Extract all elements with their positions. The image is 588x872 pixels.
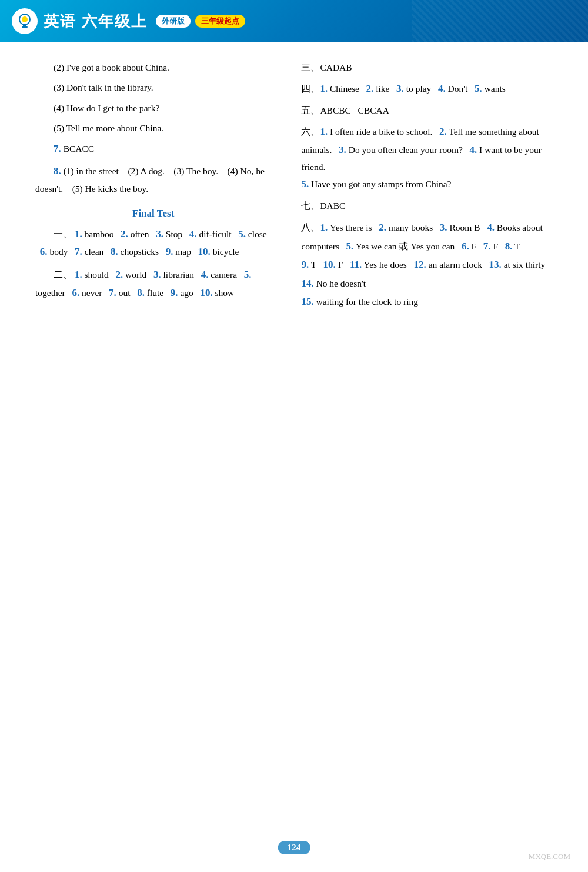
item-8: 8. (1) in the street (2) A dog. (3) The … (35, 162, 271, 197)
section-qi: 七、DABC (301, 198, 553, 214)
svg-rect-3 (22, 26, 28, 28)
svg-rect-2 (23, 25, 26, 26)
item-5: (5) Tell me more about China. (35, 121, 271, 136)
page-number: 124 (278, 841, 310, 854)
section-yi: 一、 1. bamboo 2. often 3. Stop 4. dif-fic… (35, 225, 271, 261)
section-liu: 六、1. I often ride a bike to school. 2. T… (301, 123, 553, 194)
left-column: (2) I've got a book about China. (3) Don… (35, 60, 283, 315)
edition-badge: 外研版 (156, 15, 191, 28)
item-4: (4) How do I get to the park? (35, 101, 271, 116)
num-7: 7. (54, 143, 61, 154)
num-8: 8. (54, 165, 61, 177)
item-7: 7. BCACC (35, 141, 271, 158)
watermark: MXQE.COM (529, 852, 570, 861)
grade-badge: 三年级起点 (195, 15, 245, 28)
section-san: 三、CADAB (301, 60, 553, 75)
section-si: 四、1. Chinese 2. like 3. to play 4. Don't… (301, 80, 553, 98)
svg-point-1 (22, 16, 28, 22)
section-wu: 五、ABCBC CBCAA (301, 103, 553, 118)
book-title: 英语 六年级上 (44, 11, 148, 32)
section-ba: 八、1. Yes there is 2. many books 3. Room … (301, 218, 553, 311)
page-header: 英语 六年级上 外研版 三年级起点 (0, 0, 588, 42)
right-column: 三、CADAB 四、1. Chinese 2. like 3. to play … (283, 60, 553, 315)
logo-icon (12, 8, 38, 34)
item-2: (2) I've got a book about China. (35, 60, 271, 75)
item-3: (3) Don't talk in the library. (35, 80, 271, 95)
section-er: 二、 1. should 2. world 3. librarian 4. ca… (35, 266, 271, 302)
main-content: (2) I've got a book about China. (3) Don… (0, 42, 588, 351)
final-test-title: Final Test (35, 208, 271, 219)
